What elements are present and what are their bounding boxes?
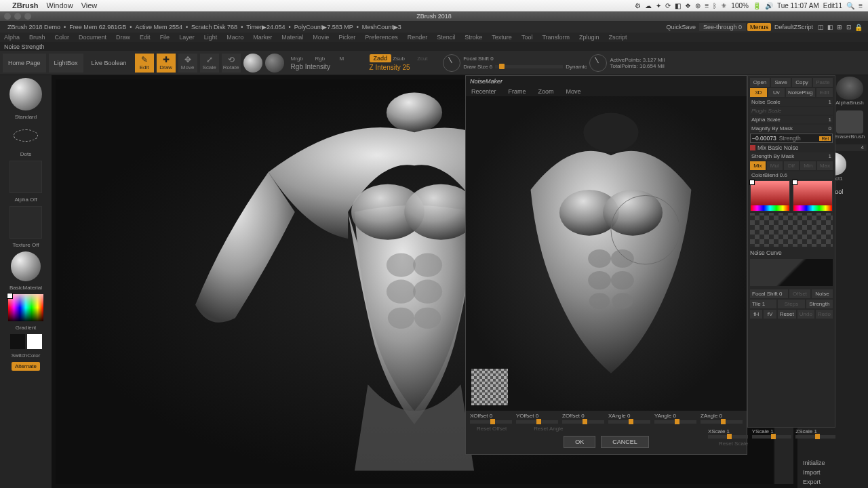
- ok-button[interactable]: OK: [564, 436, 595, 448]
- menu-view[interactable]: View: [81, 1, 98, 9]
- alpha-scale-slider[interactable]: Alpha Scale1: [750, 116, 833, 123]
- menu-item[interactable]: Stroke: [465, 34, 482, 41]
- mrgb-button[interactable]: Mrgb: [291, 56, 314, 62]
- scale-mode-button[interactable]: ⤢Scale: [200, 54, 219, 73]
- rel-button[interactable]: Rel: [819, 136, 831, 141]
- xangle-slider[interactable]: XAngle 0: [608, 413, 650, 424]
- menu-item[interactable]: File: [160, 34, 170, 41]
- fh-button[interactable]: fH: [750, 310, 762, 319]
- color-swatch[interactable]: [10, 334, 25, 349]
- draw-size-slider[interactable]: [495, 65, 563, 68]
- uv-button[interactable]: Uv: [768, 88, 785, 97]
- siri-icon[interactable]: ≡: [859, 2, 863, 9]
- spotlight-icon[interactable]: 🔍: [846, 2, 854, 9]
- noisemaker-viewport[interactable]: [466, 96, 747, 411]
- menu-item[interactable]: Stencil: [437, 34, 455, 41]
- save-button[interactable]: Save: [771, 78, 791, 87]
- frame-button[interactable]: Frame: [509, 88, 526, 95]
- mix-basic-checkbox[interactable]: Mix Basic Noise: [750, 144, 833, 151]
- menu-item[interactable]: Alpha: [4, 34, 20, 41]
- xoffset-slider[interactable]: XOffset 0: [470, 413, 512, 424]
- lock-icon[interactable]: 🔒: [854, 23, 863, 31]
- layout-icon[interactable]: ⊞: [835, 23, 844, 31]
- blend-mix[interactable]: Mix: [750, 161, 766, 170]
- lightbox-button[interactable]: LightBox: [49, 54, 83, 73]
- yscale-slider[interactable]: YScale 1: [752, 428, 792, 439]
- offset-button[interactable]: Offset: [789, 289, 810, 298]
- app-name[interactable]: ZBrush: [12, 1, 39, 9]
- close-icon[interactable]: [4, 13, 11, 20]
- zscale-slider[interactable]: ZScale 1: [795, 428, 835, 439]
- switch-color[interactable]: SwitchColor: [12, 351, 41, 360]
- quicksave-button[interactable]: QuickSave: [664, 24, 698, 30]
- yangle-slider[interactable]: YAngle 0: [654, 413, 696, 424]
- zoom-icon[interactable]: [24, 13, 31, 20]
- color-picker[interactable]: [8, 294, 43, 321]
- blend-min[interactable]: Min: [800, 161, 816, 170]
- noise-button[interactable]: Noise: [812, 289, 833, 298]
- blend-mul[interactable]: Mul: [767, 161, 783, 170]
- edit-button[interactable]: Edit: [816, 88, 833, 97]
- copy-button[interactable]: Copy: [792, 78, 812, 87]
- menu-item[interactable]: Zscript: [609, 34, 627, 41]
- cancel-button[interactable]: CANCEL: [601, 436, 649, 448]
- magnify-slider[interactable]: Magnify By Mask0: [750, 125, 833, 132]
- reset-button[interactable]: Reset: [778, 310, 796, 319]
- menu-item[interactable]: Light: [204, 34, 218, 41]
- menu-item[interactable]: Texture: [492, 34, 512, 41]
- yoffset-slider[interactable]: YOffset 0: [516, 413, 558, 424]
- reset-scale[interactable]: Reset Scale: [719, 441, 748, 447]
- menu-item[interactable]: Material: [281, 34, 303, 41]
- menu-item[interactable]: Movie: [313, 34, 329, 41]
- open-button[interactable]: Open: [750, 78, 770, 87]
- dynamic-toggle[interactable]: Dynamic: [566, 64, 587, 70]
- user[interactable]: Edit11: [823, 2, 842, 9]
- fv-button[interactable]: fV: [764, 310, 776, 319]
- menu-item[interactable]: Transform: [542, 34, 570, 41]
- recenter-button[interactable]: Recenter: [471, 88, 496, 95]
- menus-toggle[interactable]: Menus: [747, 23, 771, 31]
- zadd-button[interactable]: Zadd: [370, 54, 392, 62]
- focal-gauge[interactable]: [443, 54, 460, 72]
- default-zscript[interactable]: DefaultZScript: [772, 24, 815, 30]
- liveboolean-button[interactable]: Live Boolean: [86, 54, 132, 73]
- material-thumb[interactable]: [11, 251, 41, 281]
- minimize-icon[interactable]: [14, 13, 21, 20]
- menu-item[interactable]: Marker: [253, 34, 272, 41]
- stroke-thumb[interactable]: [9, 123, 42, 148]
- tile-slider[interactable]: Tile 1: [750, 300, 776, 308]
- draw-mode-button[interactable]: ✚Draw: [157, 54, 176, 73]
- reset-offset[interactable]: Reset Offset: [477, 426, 507, 432]
- layout-icon[interactable]: ◧: [826, 23, 834, 31]
- steps-button[interactable]: Steps: [778, 300, 804, 308]
- seethrough-slider[interactable]: See-through 0: [699, 23, 746, 31]
- zsub-button[interactable]: Zsub: [393, 56, 416, 62]
- menu-item[interactable]: Layer: [179, 34, 195, 41]
- layout-icon[interactable]: ◫: [816, 23, 825, 31]
- brush-thumb[interactable]: [9, 78, 42, 110]
- material-ball[interactable]: [265, 54, 284, 73]
- xscale-slider[interactable]: XScale 1: [708, 428, 748, 439]
- brush-icon[interactable]: [836, 77, 863, 100]
- menu-item[interactable]: Brush: [29, 34, 45, 41]
- edit-mode-button[interactable]: ✎Edit: [135, 54, 154, 73]
- zcut-button[interactable]: Zcut: [417, 56, 440, 62]
- m-button[interactable]: M: [340, 56, 363, 62]
- color-swatch[interactable]: [27, 334, 42, 349]
- move-button[interactable]: Move: [566, 88, 581, 95]
- brush-icon[interactable]: [836, 110, 863, 134]
- menu-item[interactable]: Render: [408, 34, 428, 41]
- rotate-mode-button[interactable]: ⟲Rotate: [222, 54, 241, 73]
- texture-thumb[interactable]: [9, 206, 42, 239]
- menu-item[interactable]: Color: [55, 34, 70, 41]
- redo-button[interactable]: Redo: [816, 310, 833, 319]
- blend-dif[interactable]: Dif: [784, 161, 800, 170]
- strength-button[interactable]: Strength: [806, 300, 833, 308]
- zangle-slider[interactable]: ZAngle 0: [701, 413, 743, 424]
- z-intensity-slider[interactable]: Z Intensity 25: [370, 64, 441, 71]
- colorblend-slider[interactable]: ColorBlend 0.6: [750, 171, 833, 179]
- menu-window[interactable]: Window: [47, 1, 73, 9]
- import-button[interactable]: Import: [799, 468, 867, 477]
- menu-item[interactable]: Preferences: [365, 34, 398, 41]
- rgb-button[interactable]: Rgb: [315, 56, 338, 62]
